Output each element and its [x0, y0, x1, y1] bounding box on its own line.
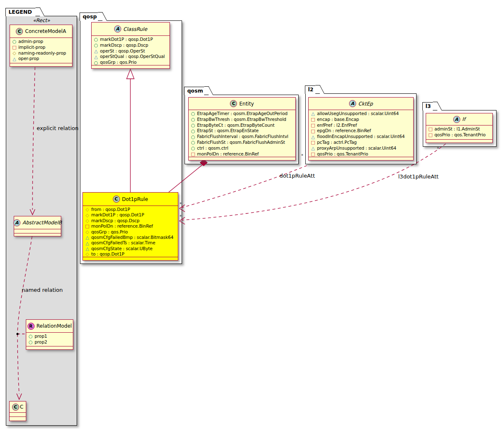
class-name: ConcreteModelA: [25, 28, 66, 34]
attribute-text: qosmCfgFailedBmp : scalar.Bitmask64: [91, 235, 173, 240]
attribute-row: markDscp : qosp.Dscp: [85, 218, 176, 223]
protected-diamond-icon: [85, 230, 90, 234]
package-triangle-icon: [85, 246, 90, 251]
attribute-text: enfPref : l2.EnfPref: [317, 123, 357, 128]
l3dot1p-source-multiplicity: *: [437, 146, 439, 151]
private-square-icon: [311, 123, 315, 128]
attribute-text: ctrl : qosm.ctrl: [197, 146, 228, 151]
class-name: RelationModel: [37, 323, 72, 329]
attribute-list: EtrapAgeTimer : qosm.EtrapAgeOutPeriod E…: [189, 110, 295, 157]
public-circle-icon: [28, 340, 33, 344]
attribute-row: qosmCfgFailedBmp : scalar.Bitmask64: [85, 235, 176, 240]
attribute-row: markDscp : qosp.Dscp: [94, 43, 168, 48]
relation-spot-icon: R: [27, 323, 35, 330]
attribute-row: EtrapBwThresh : qosm.EtrapBwThreshold: [191, 117, 294, 123]
attribute-row: floodInEncapUnsupported : scalar.Uint64: [311, 134, 412, 140]
public-circle-icon: [191, 111, 195, 116]
class-concrete-model-a: C ConcreteModelA admin-prop implicit-pro…: [10, 25, 72, 67]
attribute-row: from : qosp.Dot1P: [85, 207, 176, 212]
private-square-icon: [311, 117, 315, 122]
public-circle-icon: [191, 146, 195, 151]
attribute-list: allowUsegUnsupported : scalar.Uint64 enc…: [309, 110, 413, 157]
methods-compartment: [83, 257, 178, 260]
attribute-row: ctrl : qosm.ctrl: [191, 146, 294, 151]
package-triangle-icon: [85, 235, 90, 240]
attribute-list: admin-prop implicit-prop naming-readonly…: [10, 38, 72, 63]
attribute-row: prop1: [28, 334, 71, 339]
l3dot1p-rule-att-label: l3dot1pRuleAtt: [398, 173, 439, 180]
methods-compartment: [10, 416, 26, 421]
attribute-text: FabricFlushSt : qosm.FabricFlushAdminSt: [197, 140, 285, 146]
attribute-row: qosPrio : qos.TenantPrio: [311, 151, 412, 157]
attribute-text: pcTag : actrl.PcTag: [317, 140, 357, 146]
attribute-text: oper-prop: [18, 56, 39, 62]
attribute-text: qosPrio : qos.TenantPrio: [434, 132, 486, 138]
attribute-row: markDot1P : qosp.Dot1P: [85, 212, 176, 218]
protected-diamond-icon: [85, 252, 90, 256]
attribute-row: proxyArpUnsupported : scalar.Uint64: [311, 146, 412, 151]
class-ckt-ep: A CktEp allowUsegUnsupported : scalar.Ui…: [308, 97, 414, 161]
class-spot-icon: C: [16, 28, 23, 35]
class-c: C C: [9, 401, 26, 421]
attribute-list: from : qosp.Dot1P markDot1P : qosp.Dot1P…: [83, 206, 178, 257]
attribute-row: FabricFlushSt : qosm.FabricFlushAdminSt: [191, 140, 294, 146]
methods-compartment: [14, 233, 61, 237]
package-triangle-icon: [12, 57, 17, 61]
attribute-row: encap : base.Encap: [311, 117, 412, 123]
attribute-row: pcTag : actrl.PcTag: [311, 140, 412, 146]
attribute-text: epgDn : reference.BinRef: [317, 128, 371, 134]
attribute-row: operSt : qosp.OperSt: [94, 48, 168, 54]
attribute-text: markDscp : qosp.Dscp: [100, 43, 148, 48]
attribute-text: floodInEncapUnsupported : scalar.Uint64: [317, 134, 405, 140]
attribute-list: adminSt : l1.AdminSt qosPrio : qos.Tenan…: [426, 125, 492, 139]
protected-diamond-icon: [12, 51, 17, 55]
class-relation-model: R RelationModel prop1 prop2: [26, 319, 73, 350]
attributes-compartment: [10, 412, 26, 416]
named-relation-label: named relation: [22, 287, 63, 293]
attribute-text: from : qosp.Dot1P: [91, 207, 130, 212]
private-square-icon: [428, 127, 433, 131]
uml-class-diagram: LEGEND qosp qosm l2 l3 «Rect»: [0, 0, 504, 429]
attributes-compartment: [14, 229, 61, 233]
attribute-text: qosGrp : qos.Prio: [100, 60, 137, 65]
attribute-row: FabricFlushInterval : qosm.FabricFlushIn…: [191, 134, 294, 140]
protected-diamond-icon: [85, 207, 90, 212]
package-triangle-icon: [311, 146, 315, 151]
attribute-text: allowUsegUnsupported : scalar.Uint64: [317, 111, 399, 117]
class-spot-icon: C: [113, 196, 120, 203]
attribute-text: qosmCfgState : scalar.UByte: [91, 246, 152, 251]
abstract-spot-icon: A: [453, 116, 460, 123]
attribute-text: markDot1P : qosp.Dot1P: [100, 37, 153, 43]
attribute-text: prop1: [35, 334, 47, 339]
public-circle-icon: [12, 39, 17, 44]
class-name: Entity: [239, 101, 254, 107]
dot1p-source-multiplicity: *: [301, 153, 303, 158]
attribute-row: EtrapAgeTimer : qosm.EtrapAgeOutPeriod: [191, 111, 294, 117]
attribute-row: adminSt : l1.AdminSt: [428, 126, 491, 132]
methods-compartment: [26, 346, 73, 349]
class-if: A If adminSt : l1.AdminSt qosPrio : qos.…: [426, 113, 493, 143]
class-name: Dot1pRule: [122, 196, 148, 202]
attribute-text: operStQual : qosp.OperStQual: [100, 54, 165, 60]
private-square-icon: [191, 152, 195, 156]
attribute-row: qosGrp : qos.Prio: [94, 60, 168, 65]
public-circle-icon: [191, 117, 195, 122]
attribute-text: markDscp : qosp.Dscp: [91, 218, 140, 223]
attribute-row: qosmCfgFailedTs : scalar.Time: [85, 240, 176, 246]
class-spot-icon: C: [230, 100, 237, 107]
class-entity: C Entity EtrapAgeTimer : qosm.EtrapAgeOu…: [188, 97, 296, 161]
public-circle-icon: [191, 140, 195, 145]
attribute-text: naming-readonly-prop: [18, 50, 66, 56]
methods-compartment: [92, 65, 170, 68]
package-legend-tab: LEGEND: [5, 8, 35, 16]
public-circle-icon: [191, 129, 195, 133]
attribute-row: operStQual : qosp.OperStQual: [94, 54, 168, 60]
class-class-rule: A ClassRule markDot1P : qosp.Dot1P markD…: [91, 22, 170, 69]
attribute-list: prop1 prop2: [26, 333, 73, 346]
public-circle-icon: [94, 60, 98, 65]
class-name: AbstractModelB: [22, 220, 62, 226]
attribute-text: monPolDn : reference.BinRef: [91, 223, 153, 229]
attribute-row: EtrapByteCt : qosm.EtrapByteCount: [191, 123, 294, 128]
methods-compartment: [10, 63, 72, 66]
attribute-row: qosPrio : qos.TenantPrio: [428, 132, 491, 138]
